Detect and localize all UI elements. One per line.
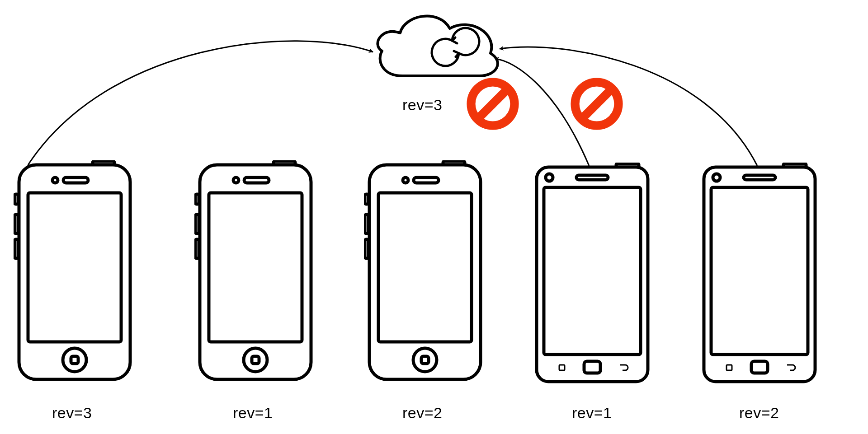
svg-point-17 [233, 177, 239, 183]
svg-point-40 [713, 174, 720, 181]
svg-rect-36 [559, 365, 565, 370]
svg-rect-16 [244, 177, 269, 183]
device-1-rev-label: rev=1 [233, 404, 273, 422]
android-phone-icon [531, 163, 653, 386]
svg-rect-15 [209, 193, 302, 342]
iphone-icon [194, 160, 316, 384]
cloud-rev-label: rev=3 [402, 96, 443, 114]
svg-rect-42 [751, 361, 768, 373]
device-3-rev-label: rev=1 [572, 404, 612, 422]
device-android-4 [698, 163, 821, 386]
device-iphone-0 [14, 160, 136, 384]
svg-rect-35 [584, 361, 600, 373]
svg-point-27 [403, 177, 408, 183]
svg-rect-5 [28, 193, 121, 342]
svg-rect-26 [414, 177, 439, 183]
android-phone-icon [698, 163, 821, 386]
arrow-device-4-to-cloud [500, 47, 757, 166]
svg-rect-29 [421, 356, 429, 364]
device-iphone-2 [364, 160, 486, 384]
iphone-icon [14, 160, 136, 384]
device-4-rev-label: rev=2 [739, 404, 779, 422]
device-iphone-1 [194, 160, 316, 384]
svg-line-45 [479, 90, 507, 118]
svg-rect-25 [378, 193, 472, 342]
arrow-device-0-to-cloud [28, 41, 373, 165]
svg-rect-32 [544, 187, 641, 355]
svg-rect-6 [63, 177, 88, 183]
svg-point-7 [52, 177, 58, 183]
device-android-3 [531, 163, 653, 386]
svg-rect-34 [576, 175, 608, 180]
svg-point-33 [546, 174, 553, 181]
svg-rect-39 [711, 187, 808, 355]
svg-rect-19 [252, 356, 259, 364]
svg-rect-9 [71, 356, 78, 364]
prohibit-icon-0 [466, 77, 520, 131]
diagram-canvas: rev=3 rev=3 [0, 0, 868, 434]
device-2-rev-label: rev=2 [402, 404, 443, 422]
iphone-icon [364, 160, 486, 384]
svg-line-47 [583, 90, 611, 118]
cloud-sync-icon [368, 8, 504, 87]
svg-rect-41 [744, 175, 775, 180]
prohibit-icon-1 [570, 77, 624, 131]
device-0-rev-label: rev=3 [52, 404, 92, 422]
svg-rect-43 [726, 365, 732, 370]
